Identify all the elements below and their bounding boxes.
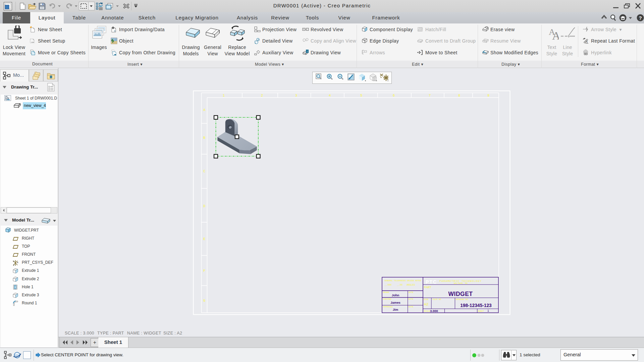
svg-text:2: 2 [261,94,263,98]
svg-text:1: 1 [487,309,489,312]
svg-text:James: James [390,301,400,304]
svg-text:4: 4 [329,94,331,98]
svg-text:A: A [203,108,205,112]
svg-text:DATE: DATE [409,306,414,308]
svg-text:7: 7 [429,94,431,98]
svg-text:198-12345-123: 198-12345-123 [460,303,492,308]
svg-text:PART: PART [424,286,431,289]
svg-text:X: X [17,261,18,263]
svg-text:_.XXX _.XX ANGLES: _.XXX _.XX ANGLES [384,284,415,286]
svg-text:E: E [203,237,205,241]
svg-text:A: A [552,29,559,41]
svg-text:SHEET: SHEET [478,310,484,312]
svg-text:APPROVED: APPROVED [383,306,393,308]
svg-text:FSCM NO: FSCM NO [433,298,441,301]
svg-text:A2: A2 [424,302,428,306]
svg-text:WIDGET: WIDGET [448,291,473,297]
svg-text:WALTHAM, MA: WALTHAM, MA [454,282,468,285]
svg-text:GENERAL TOLERANCES UNLESS NOTE: GENERAL TOLERANCES UNLESS NOTED [384,280,421,282]
svg-text:D: D [203,204,205,208]
svg-text:5: 5 [360,94,362,98]
svg-text:DRAWN: DRAWN [383,291,389,294]
svg-text:Z: Z [13,264,14,266]
svg-text:John: John [392,293,399,297]
svg-text:DATE: DATE [409,291,414,294]
svg-text:DRAWING NO.: DRAWING NO. [456,298,469,301]
svg-text:Y: Y [13,260,14,262]
svg-text:SCALE: SCALE [424,310,430,312]
svg-text:9: 9 [487,94,489,98]
svg-text:3.000: 3.000 [430,309,438,313]
svg-text:3: 3 [295,94,297,98]
svg-text:A: A [585,40,588,44]
svg-text:CHECKED: CHECKED [383,298,392,300]
svg-text:F: F [203,269,205,273]
svg-text:G: G [203,299,205,303]
svg-text:B: B [203,136,205,140]
svg-text:i: i [307,50,308,53]
svg-text:6: 6 [393,94,395,98]
svg-text:8: 8 [458,94,460,98]
svg-text:PTC: PTC [426,279,437,285]
svg-text:C: C [203,170,205,173]
svg-text:SIZE: SIZE [424,298,429,301]
svg-text:Jim: Jim [393,308,398,311]
svg-text:DATE: DATE [409,298,414,300]
svg-text:1: 1 [223,94,225,98]
svg-text:?: ? [639,15,642,21]
